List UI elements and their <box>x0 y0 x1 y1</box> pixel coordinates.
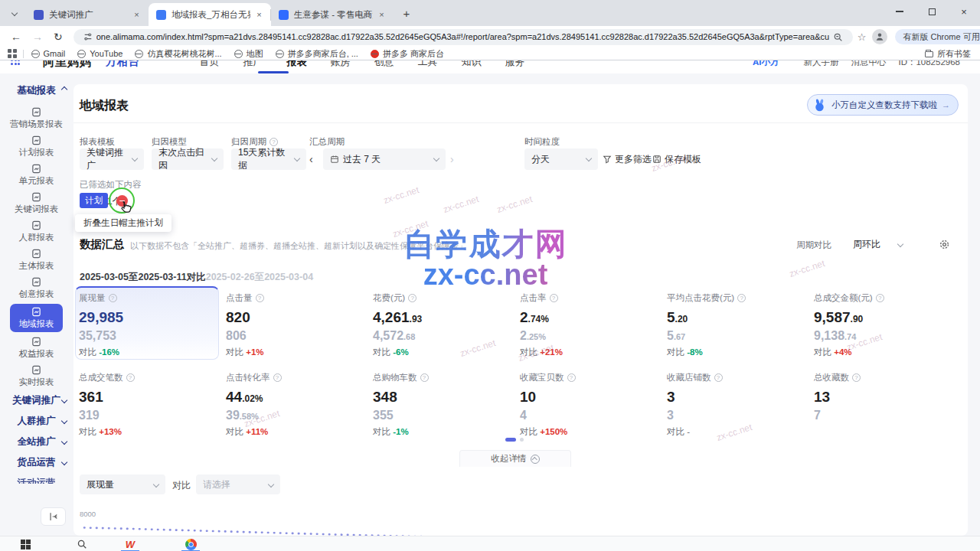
url-text[interactable]: one.alimama.com/index.html?spm=a21dvs.28… <box>96 32 829 41</box>
nav-item-推广[interactable]: 推广 <box>231 60 275 69</box>
plan-filter-chip[interactable]: 计划 <box>80 193 108 208</box>
help-icon[interactable]: ? <box>126 373 135 382</box>
metric-card-收藏店铺数[interactable]: 收藏店铺数?33对比 - <box>667 372 809 438</box>
help-icon[interactable]: ? <box>876 294 884 302</box>
tab-close-icon[interactable]: × <box>131 9 142 21</box>
nav-item-知识[interactable]: 知识 <box>449 60 493 69</box>
sidebar-item-关键词报表[interactable]: 关键词报表 <box>0 189 73 217</box>
bookmark-item[interactable]: 拼多多商家后台, ... <box>276 48 358 60</box>
metric-card-花费(元)[interactable]: 花费(元)?4,261.934,572.68对比 -6% <box>373 292 515 358</box>
sidebar-section-货品运营[interactable]: 货品运营 <box>0 452 73 473</box>
sidebar-item-地域报表[interactable]: 地域报表 <box>10 304 63 332</box>
xiaowan-download-banner[interactable]: 小万自定义查数支持下载啦 → <box>807 94 959 116</box>
tab-close-icon[interactable]: × <box>376 9 387 21</box>
profile-avatar[interactable] <box>872 29 887 44</box>
sidebar-item-单元报表[interactable]: 单元报表 <box>0 161 73 189</box>
refresh-button[interactable]: ↻ <box>54 31 63 43</box>
bookmark-item[interactable]: Gmail <box>31 49 66 58</box>
date-next-button[interactable]: › <box>450 148 454 170</box>
all-bookmarks-button[interactable]: 所有书签 <box>925 48 971 60</box>
maximize-button[interactable] <box>916 0 948 23</box>
metric-card-总购物车数[interactable]: 总购物车数?348355对比 -1% <box>373 372 515 438</box>
metric-card-总成交笔数[interactable]: 总成交笔数?361319对比 +13% <box>79 372 221 438</box>
sidebar-item-计划报表[interactable]: 计划报表 <box>0 132 73 161</box>
browser-tab[interactable]: 地域报表_万相台无界版× <box>149 3 271 26</box>
help-icon[interactable]: ? <box>714 373 723 382</box>
bookmark-star-icon[interactable]: ☆ <box>858 31 867 43</box>
bookmark-item[interactable]: 拼多多 商家后台 <box>371 48 444 60</box>
metric-card-平均点击花费(元)[interactable]: 平均点击花费(元)?5.205.67对比 -8% <box>667 292 809 358</box>
pagination-dot-active[interactable] <box>505 438 516 442</box>
help-icon[interactable]: ? <box>550 294 558 302</box>
sidebar-section-活动运营[interactable]: 活动运营 <box>0 473 73 484</box>
time-granularity-select[interactable]: 分天 <box>524 148 598 170</box>
help-icon[interactable]: ? <box>737 294 746 302</box>
new-tab-button[interactable]: + <box>397 3 416 23</box>
chart-compare-select[interactable]: 请选择 <box>196 474 280 494</box>
sidebar-item-主体报表[interactable]: 主体报表 <box>0 246 73 274</box>
bookmark-item[interactable]: 地图 <box>234 48 263 60</box>
bookmark-item[interactable]: 仿真樱花树桃花树... <box>135 48 221 60</box>
date-range-select[interactable]: 过去 7 天 <box>323 148 446 170</box>
attribution-model-select[interactable]: 末次点击归因 <box>152 148 224 170</box>
help-icon[interactable]: ? <box>270 138 278 146</box>
sidebar-item-实时报表[interactable]: 实时报表 <box>0 362 73 390</box>
back-button[interactable]: ← <box>11 31 21 43</box>
forward-button[interactable]: → <box>32 31 43 43</box>
taskbar-search-icon[interactable] <box>72 538 92 550</box>
metric-card-总收藏数[interactable]: 总收藏数?137 <box>814 372 956 422</box>
metric-card-总成交金额(元)[interactable]: 总成交金额(元)?9,587.909,138.74对比 +4% <box>814 292 956 358</box>
pagination-dot[interactable] <box>520 438 524 442</box>
address-bar[interactable]: one.alimama.com/index.html?spm=a21dvs.28… <box>74 29 853 45</box>
help-icon[interactable]: ? <box>408 294 416 302</box>
metric-card-点击量[interactable]: 点击量?820806对比 +1% <box>226 292 368 358</box>
nav-item-服务[interactable]: 服务 <box>493 60 537 69</box>
metric-card-点击转化率[interactable]: 点击转化率?44.02%39.58%对比 +11% <box>226 372 368 438</box>
nav-item-首页[interactable]: 首页 <box>188 60 231 69</box>
site-settings-icon[interactable] <box>83 32 93 41</box>
sidebar-section-全站推广[interactable]: 全站推广 <box>0 432 73 452</box>
minimize-button[interactable] <box>884 0 916 23</box>
metric-card-收藏宝贝数[interactable]: 收藏宝贝数?104对比 +150% <box>520 372 662 438</box>
sidebar-item-创意报表[interactable]: 创意报表 <box>0 274 73 302</box>
sidebar-item-权益报表[interactable]: 权益报表 <box>0 334 73 362</box>
tab-search-chevron-icon[interactable] <box>5 3 24 23</box>
browser-tab[interactable]: 生意参谋 - 零售电商大数据产...× <box>271 3 394 26</box>
nav-item-创意[interactable]: 创意 <box>362 60 406 69</box>
newbie-guide-link[interactable]: 新人手册 <box>803 60 838 68</box>
metric-card-展现量[interactable]: 展现量?29,98535,753对比 -16% <box>79 292 221 358</box>
tab-close-icon[interactable]: × <box>253 9 265 21</box>
more-filters-button[interactable]: 更多筛选 <box>603 148 652 170</box>
ai-assistant-link[interactable]: AI小万 <box>753 60 779 68</box>
date-prev-button[interactable]: ‹ <box>309 148 313 170</box>
gear-icon[interactable] <box>937 237 951 251</box>
nav-item-工具[interactable]: 工具 <box>406 60 449 69</box>
attribution-period-select[interactable]: 15天累计数据 <box>231 148 306 170</box>
chrome-taskbar-icon[interactable] <box>181 538 201 550</box>
zoom-icon[interactable] <box>833 32 843 42</box>
chrome-update-button[interactable]: 有新版 Chrome 可用 <box>895 29 980 44</box>
help-icon[interactable]: ? <box>420 373 429 382</box>
metric-card-点击率[interactable]: 点击率?2.74%2.25%对比 +21% <box>520 292 662 358</box>
wps-taskbar-icon[interactable]: W <box>120 538 140 550</box>
collapse-details-button[interactable]: 收起详情 <box>459 450 571 467</box>
help-icon[interactable]: ? <box>109 294 117 302</box>
sidebar-section-basic-reports[interactable]: 基础报表 <box>0 84 73 97</box>
save-template-button[interactable]: 保存模板 <box>652 148 701 170</box>
sidebar-collapse-button[interactable] <box>41 507 66 526</box>
windows-start-button[interactable] <box>15 538 35 550</box>
help-icon[interactable]: ? <box>273 373 282 382</box>
browser-tab[interactable]: 关键词推广× <box>26 3 149 26</box>
nav-item-报表[interactable]: 报表 <box>275 60 318 69</box>
message-center-link[interactable]: 消息中心 <box>851 60 886 68</box>
apps-grid-icon[interactable] <box>8 49 17 58</box>
nav-item-账房[interactable]: 账房 <box>318 60 362 69</box>
sidebar-item-人群报表[interactable]: 人群报表 <box>0 217 73 246</box>
sidebar-section-人群推广[interactable]: 人群推广 <box>0 411 73 432</box>
report-template-select[interactable]: 关键词推广 <box>80 148 144 170</box>
bookmark-item[interactable]: YouTube <box>77 49 122 58</box>
help-icon[interactable]: ? <box>256 294 264 302</box>
window-close-button[interactable]: × <box>948 0 980 23</box>
chart-metric-select[interactable]: 展现量 <box>80 474 165 494</box>
help-icon[interactable]: ? <box>567 373 576 382</box>
